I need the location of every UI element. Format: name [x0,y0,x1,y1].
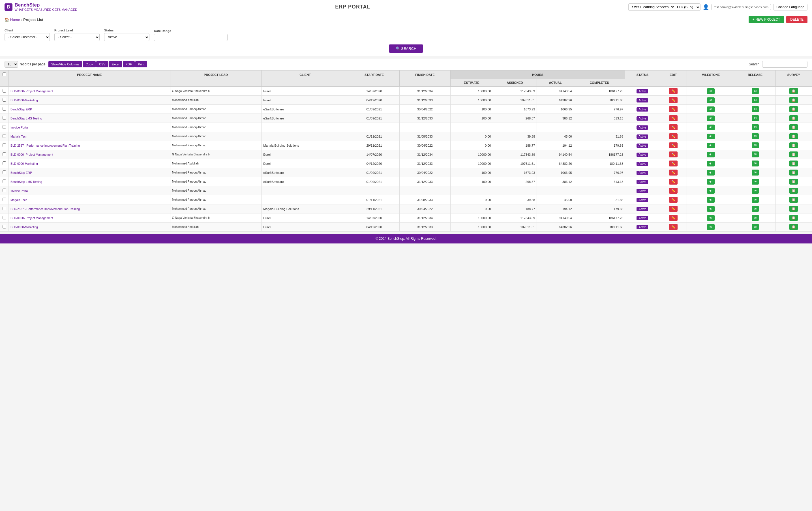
survey-button[interactable]: 📋 [789,170,798,175]
milestone-button[interactable]: 👁 [707,224,715,230]
survey-button[interactable]: 📋 [789,215,798,221]
edit-button[interactable]: ✏️ [669,151,677,158]
row-checkbox[interactable] [3,198,6,201]
edit-button[interactable]: ✏️ [669,224,677,230]
milestone-button[interactable]: 👁 [707,107,715,112]
edit-button[interactable]: ✏️ [669,124,677,130]
th-sub-status [625,79,660,87]
milestone-button[interactable]: 👁 [707,134,715,139]
edit-button[interactable]: ✏️ [669,115,677,121]
delete-button[interactable]: DELETE [786,16,808,23]
excel-button[interactable]: Excel [109,61,122,67]
records-per-page-select[interactable]: 10 [4,61,18,68]
release-button[interactable]: ✉ [752,133,759,139]
edit-button[interactable]: ✏️ [669,133,677,139]
edit-button[interactable]: ✏️ [669,142,677,148]
copy-button[interactable]: Copy [83,61,96,67]
release-button[interactable]: ✉ [752,106,759,112]
table-search-input[interactable] [762,61,808,68]
release-button[interactable]: ✉ [752,151,759,158]
edit-button[interactable]: ✏️ [669,161,677,167]
survey-button[interactable]: 📋 [789,161,798,167]
edit-button[interactable]: ✏️ [669,170,677,175]
survey-button[interactable]: 📋 [789,97,798,103]
project-lead-select[interactable]: - Select - [54,33,99,41]
milestone-button[interactable]: 👁 [707,88,715,94]
row-checkbox[interactable] [3,134,6,138]
milestone-button[interactable]: 👁 [707,206,715,212]
edit-button[interactable]: ✏️ [669,197,677,203]
release-button[interactable]: ✉ [752,206,759,212]
milestone-button[interactable]: 👁 [707,161,715,167]
row-checkbox[interactable] [3,179,6,183]
row-checkbox[interactable] [3,98,6,102]
change-language-button[interactable]: Change Language [773,4,808,10]
survey-button[interactable]: 📋 [789,142,798,148]
survey-button[interactable]: 📋 [789,124,798,130]
release-button[interactable]: ✉ [752,97,759,103]
release-button[interactable]: ✉ [752,170,759,175]
row-checkbox[interactable] [3,152,6,156]
select-all-checkbox[interactable] [3,73,6,76]
survey-button[interactable]: 📋 [789,88,798,94]
milestone-button[interactable]: 👁 [707,197,715,203]
survey-button[interactable]: 📋 [789,151,798,158]
row-checkbox[interactable] [3,170,6,174]
search-button[interactable]: 🔍 SEARCH [389,45,424,53]
edit-button[interactable]: ✏️ [669,206,677,212]
release-button[interactable]: ✉ [752,124,759,130]
row-checkbox[interactable] [3,143,6,147]
release-button[interactable]: ✉ [752,188,759,194]
release-button[interactable]: ✉ [752,88,759,94]
print-button[interactable]: Print [135,61,147,67]
survey-button[interactable]: 📋 [789,188,798,194]
date-range-input[interactable] [154,34,228,41]
show-hide-columns-button[interactable]: Show/Hide Columns [49,61,82,67]
release-button[interactable]: ✉ [752,115,759,121]
row-checkbox[interactable] [3,107,6,111]
csv-button[interactable]: CSV [96,61,108,67]
milestone-button[interactable]: 👁 [707,97,715,103]
edit-button[interactable]: ✏️ [669,106,677,112]
client-select[interactable]: - Select Customer - [4,33,50,41]
survey-button[interactable]: 📋 [789,224,798,230]
milestone-button[interactable]: 👁 [707,152,715,158]
milestone-button[interactable]: 👁 [707,215,715,221]
survey-button[interactable]: 📋 [789,115,798,121]
survey-button[interactable]: 📋 [789,206,798,212]
survey-button[interactable]: 📋 [789,179,798,184]
row-checkbox[interactable] [3,225,6,228]
edit-button[interactable]: ✏️ [669,215,677,221]
release-button[interactable]: ✉ [752,161,759,167]
row-checkbox[interactable] [3,216,6,219]
company-select[interactable]: Swift Elearning Services PVT LTD (SES) [628,3,700,11]
release-button[interactable]: ✉ [752,142,759,148]
row-checkbox[interactable] [3,125,6,129]
edit-button[interactable]: ✏️ [669,97,677,103]
milestone-button[interactable]: 👁 [707,124,715,130]
release-button[interactable]: ✉ [752,215,759,221]
row-checkbox[interactable] [3,207,6,210]
edit-button[interactable]: ✏️ [669,188,677,194]
edit-button[interactable]: ✏️ [669,88,677,94]
status-select[interactable]: Active [104,33,149,41]
milestone-button[interactable]: 👁 [707,115,715,121]
release-button[interactable]: ✉ [752,179,759,184]
row-checkbox[interactable] [3,116,6,120]
new-project-button[interactable]: + NEW PROJECT [749,16,784,23]
milestone-button[interactable]: 👁 [707,170,715,175]
release-button[interactable]: ✉ [752,224,759,230]
milestone-button[interactable]: 👁 [707,143,715,148]
row-checkbox[interactable] [3,189,6,192]
breadcrumb-home[interactable]: Home [10,18,20,22]
release-button[interactable]: ✉ [752,197,759,203]
row-checkbox[interactable] [3,161,6,165]
edit-button[interactable]: ✏️ [669,179,677,184]
milestone-button[interactable]: 👁 [707,179,715,184]
pdf-button[interactable]: PDF [123,61,135,67]
survey-button[interactable]: 📋 [789,197,798,203]
survey-button[interactable]: 📋 [789,133,798,139]
row-checkbox[interactable] [3,89,6,92]
survey-button[interactable]: 📋 [789,106,798,112]
milestone-button[interactable]: 👁 [707,188,715,194]
